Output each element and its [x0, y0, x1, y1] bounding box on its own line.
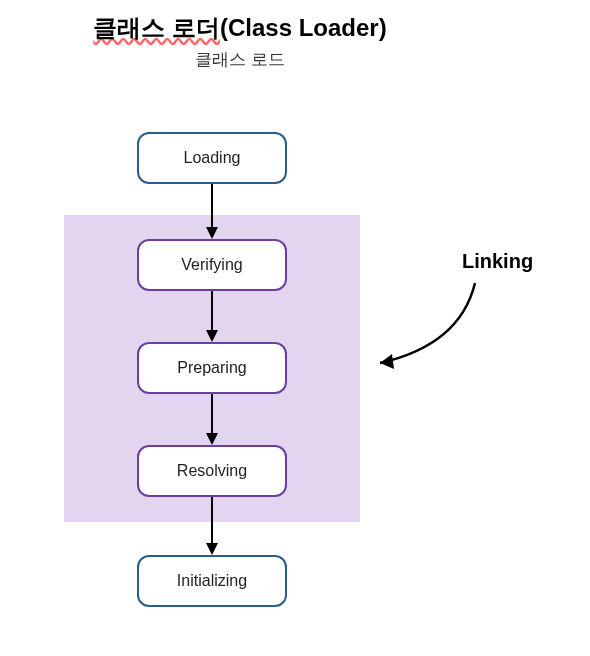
node-resolving-label: Resolving	[177, 462, 247, 480]
node-preparing-label: Preparing	[177, 359, 246, 377]
flowchart-diagram: Loading Verifying Preparing Resolving In…	[0, 0, 590, 656]
svg-marker-0	[380, 354, 394, 369]
linking-pointer-arrow	[360, 275, 490, 385]
node-loading-label: Loading	[184, 149, 241, 167]
node-verifying-label: Verifying	[181, 256, 242, 274]
node-initializing-label: Initializing	[177, 572, 247, 590]
node-verifying: Verifying	[137, 239, 287, 291]
node-preparing: Preparing	[137, 342, 287, 394]
node-resolving: Resolving	[137, 445, 287, 497]
linking-label: Linking	[462, 250, 533, 273]
node-initializing: Initializing	[137, 555, 287, 607]
node-loading: Loading	[137, 132, 287, 184]
